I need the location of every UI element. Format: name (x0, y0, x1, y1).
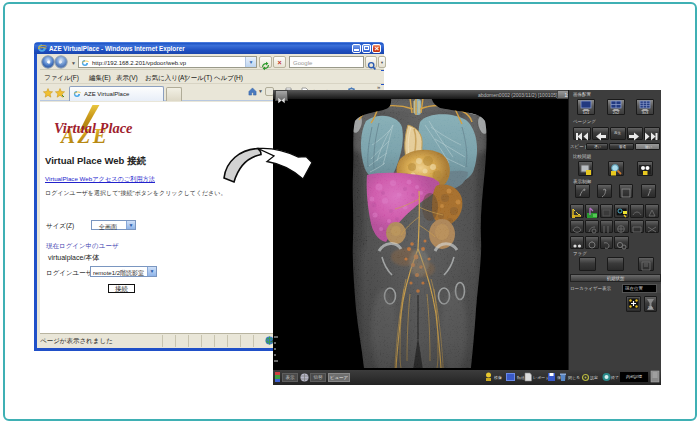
svg-text:Virtual Place: Virtual Place (54, 120, 133, 136)
svg-text:3x3: 3x3 (642, 110, 649, 115)
svg-text:24h: 24h (648, 306, 653, 310)
svg-text:2x2: 2x2 (613, 110, 620, 115)
svg-text:1x1: 1x1 (583, 110, 590, 115)
